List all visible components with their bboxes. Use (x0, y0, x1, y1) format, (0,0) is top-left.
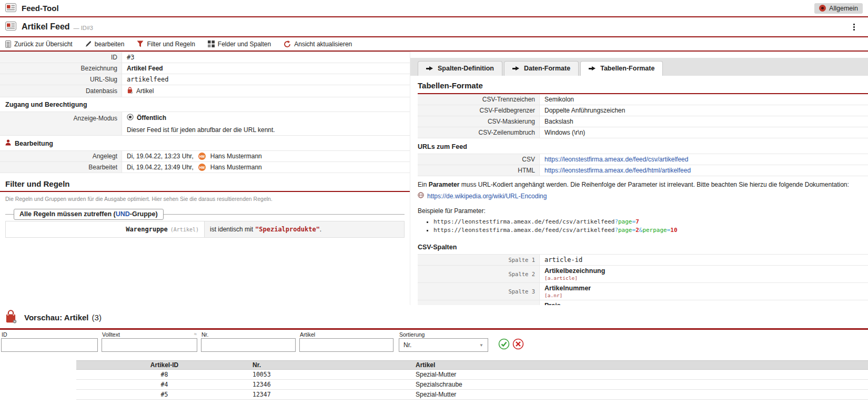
funnel-icon (137, 41, 144, 47)
apply-filter-button[interactable] (498, 338, 510, 350)
detail-label: URL-Slug (0, 74, 122, 85)
column-name: Artikelbezeichnung (544, 267, 863, 275)
preview-count: (3) (92, 313, 102, 322)
column-number-label: Spalte 3 (508, 288, 535, 295)
header-artikel: Artikel (416, 361, 868, 369)
preview-table-header: Artikel-ID Nr. Artikel (76, 360, 868, 370)
feed-details-panel: ID #3 Bezeichnung Artikel Feed URL-Slug … (0, 52, 410, 305)
examples-heading: Beispiele für Parameter: (418, 205, 868, 216)
filter-nr-label: Nr. (201, 331, 208, 338)
filter-rules-note: Die Regeln und Gruppen wurden für die Au… (0, 192, 410, 206)
pen-icon (85, 41, 92, 47)
csv-column-row-4: Spalte 4 Preis [a.price] (418, 300, 868, 305)
filter-id-label: ID (2, 331, 7, 338)
filter-id-input[interactable] (1, 338, 98, 352)
cell-artikel: Spezialschraube (416, 381, 868, 388)
parameter-note-pre: Ein (418, 181, 429, 188)
created-datetime: Di, 19.04.22, 13:23 Uhr, (127, 153, 194, 160)
grid-icon (208, 41, 215, 47)
filter-artikel-label: Artikel (300, 331, 315, 338)
filter-rules-button[interactable]: Filter und Regeln (137, 41, 195, 48)
approx-icon: ≈ (194, 331, 197, 338)
page-id: — ID#3 (74, 25, 93, 31)
tabellen-formate-heading: Tabellen-Formate (418, 76, 868, 94)
csv-columns-heading: CSV-Spalten (418, 239, 868, 254)
table-row[interactable]: #4 12346 Spezialschraube (76, 380, 868, 390)
editing-heading-label: Bearbeitung (15, 140, 53, 147)
cell-artikel-id: #5 (76, 391, 253, 398)
clear-filter-button[interactable] (512, 338, 524, 350)
url-type-label: HTML (418, 165, 540, 176)
created-user: Hans Mustermann (210, 153, 262, 160)
fields-columns-button[interactable]: Felder und Spalten (208, 41, 271, 48)
wiki-url-link[interactable]: https://de.wikipedia.org/wiki/URL-Encodi… (427, 193, 547, 200)
detail-value: artikelfeed (122, 74, 410, 85)
detail-label: Bezeichnung (0, 63, 122, 74)
tab-daten-formate[interactable]: Daten-Formate (504, 61, 579, 76)
cell-nr: 10053 (253, 371, 416, 378)
globe-icon (418, 192, 424, 200)
feed-tool-icon (5, 3, 16, 14)
kebab-menu-icon[interactable] (851, 21, 857, 33)
tabellen-formate-content: Tabellen-Formate CSV-Trennzeichen Semiko… (410, 76, 868, 305)
filter-volltext-input[interactable] (102, 338, 197, 352)
csv-url-row: CSV https://leonstestfirma.ameax.de/feed… (418, 154, 868, 165)
column-name: article-id (540, 255, 868, 265)
toolbar: Zurück zur Übersicht bearbeiten Filter u… (0, 37, 868, 52)
csv-feldbegrenzer-row: CSV-Feldbegrenzer Doppelte Anführungszei… (418, 105, 868, 116)
detail-value: Artikel Feed (122, 63, 410, 74)
filter-volltext-label: Volltext (102, 331, 120, 338)
format-panel: Spalten-Definition Daten-Formate Tabelle… (410, 52, 868, 305)
modified-user: Hans Mustermann (210, 164, 262, 171)
preview-title: Vorschau: Artikel (24, 313, 89, 322)
group-legend-prefix: Alle Regeln müssen zutreffen ( (19, 210, 116, 218)
cell-artikel-id: #4 (76, 381, 253, 388)
group-operator: UND (116, 210, 130, 218)
edit-button[interactable]: bearbeiten (85, 41, 125, 48)
group-legend-suffix: -Gruppe) (130, 210, 158, 218)
filter-nr-input[interactable] (201, 338, 296, 352)
cell-nr: 12347 (253, 391, 416, 398)
detail-row-datenbasis: Datenbasis Artikel (0, 85, 410, 97)
rule-field: Warengruppe (126, 226, 167, 233)
app-header: Feed-Tool Allgemein (0, 0, 868, 17)
filter-artikel-input[interactable] (299, 338, 393, 352)
format-value: Windows (\r\n) (540, 127, 868, 138)
tab-tabellen-formate[interactable]: Tabellen-Formate (580, 61, 663, 76)
csv-column-row-1: Spalte 1 article-id (418, 255, 868, 266)
cell-artikel: Spezial-Mutter (416, 391, 868, 398)
example-url-2: https://leonstestfirma.ameax.de/feed/csv… (433, 226, 868, 235)
person-icon (5, 139, 11, 147)
rule-context: (Artikel) (170, 227, 199, 232)
modified-label: Bearbeitet (0, 162, 122, 173)
example-url-list: https://leonstestfirma.ameax.de/feed/csv… (418, 218, 868, 235)
table-row[interactable]: #8 10053 Spezial-Mutter (76, 370, 868, 380)
arrow-right-icon (426, 66, 433, 71)
column-code: [a.article] (544, 275, 863, 281)
page-header: Artikel Feed — ID#3 (0, 17, 868, 37)
detail-row-url-slug: URL-Slug artikelfeed (0, 74, 410, 85)
access-section-heading: Zugang und Berechtigung (0, 97, 410, 112)
csv-feed-url-link[interactable]: https://leonstestfirma.ameax.de/feed/csv… (544, 156, 863, 163)
chevron-down-icon: ▼ (479, 343, 483, 348)
detail-label: ID (0, 52, 122, 63)
detail-label: Datenbasis (0, 85, 122, 97)
arrow-right-icon (589, 66, 596, 71)
allgemein-badge[interactable]: Allgemein (814, 3, 863, 14)
preview-filters: ID Volltext ≈ Nr. Artikel Sortierung Nr.… (0, 330, 868, 352)
cell-nr: 12346 (253, 381, 416, 388)
back-to-overview-button[interactable]: Zurück zur Übersicht (5, 41, 73, 48)
sort-select[interactable]: Nr. ▼ (399, 338, 488, 352)
tab-spalten-definition[interactable]: Spalten-Definition (418, 61, 502, 76)
app-title: Feed-Tool (22, 4, 59, 13)
detail-value: #3 (122, 52, 410, 63)
format-label: CSV-Zeilenumbruch (418, 127, 540, 138)
html-feed-url-link[interactable]: https://leonstestfirma.ameax.de/feed/htm… (544, 167, 863, 174)
table-row[interactable]: #5 12347 Spezial-Mutter (76, 390, 868, 400)
html-url-row: HTML https://leonstestfirma.ameax.de/fee… (418, 165, 868, 176)
format-tabbar: Spalten-Definition Daten-Formate Tabelle… (410, 58, 868, 76)
detail-value: Artikel (136, 87, 154, 95)
format-label: CSV-Feldbegrenzer (418, 105, 540, 116)
feed-icon (5, 22, 16, 32)
refresh-view-button[interactable]: Ansicht aktualisieren (284, 41, 352, 48)
